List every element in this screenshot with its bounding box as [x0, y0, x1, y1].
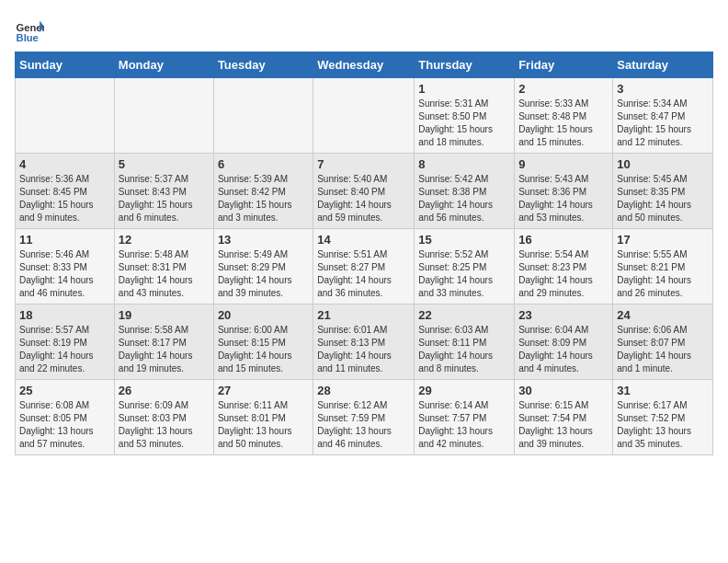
day-info: Sunrise: 5:40 AM Sunset: 8:40 PM Dayligh… — [317, 173, 410, 224]
calendar-cell: 2Sunrise: 5:33 AM Sunset: 8:48 PM Daylig… — [515, 78, 613, 154]
day-info: Sunrise: 6:03 AM Sunset: 8:11 PM Dayligh… — [418, 324, 510, 375]
day-number: 6 — [218, 157, 309, 171]
day-info: Sunrise: 5:52 AM Sunset: 8:25 PM Dayligh… — [418, 248, 510, 300]
day-header-wednesday: Wednesday — [313, 52, 415, 78]
day-number: 23 — [518, 308, 609, 322]
calendar-cell — [114, 78, 213, 154]
day-number: 31 — [617, 384, 709, 397]
day-number: 10 — [617, 157, 709, 171]
calendar-week-2: 4Sunrise: 5:36 AM Sunset: 8:45 PM Daylig… — [16, 154, 713, 229]
day-info: Sunrise: 5:54 AM Sunset: 8:23 PM Dayligh… — [518, 248, 609, 300]
day-number: 1 — [418, 82, 510, 96]
logo-icon: General Blue — [15, 15, 44, 44]
calendar-cell: 7Sunrise: 5:40 AM Sunset: 8:40 PM Daylig… — [313, 154, 415, 229]
calendar-cell: 14Sunrise: 5:51 AM Sunset: 8:27 PM Dayli… — [313, 229, 415, 304]
day-number: 2 — [518, 82, 609, 96]
day-info: Sunrise: 6:08 AM Sunset: 8:05 PM Dayligh… — [19, 399, 110, 451]
calendar-cell: 5Sunrise: 5:37 AM Sunset: 8:43 PM Daylig… — [114, 154, 213, 229]
day-info: Sunrise: 6:04 AM Sunset: 8:09 PM Dayligh… — [518, 324, 609, 375]
calendar-body: 1Sunrise: 5:31 AM Sunset: 8:50 PM Daylig… — [16, 78, 713, 455]
day-info: Sunrise: 5:49 AM Sunset: 8:29 PM Dayligh… — [218, 248, 309, 300]
calendar-cell — [213, 78, 313, 154]
calendar-cell: 4Sunrise: 5:36 AM Sunset: 8:45 PM Daylig… — [16, 154, 115, 229]
day-number: 19 — [119, 308, 210, 322]
calendar-cell: 19Sunrise: 5:58 AM Sunset: 8:17 PM Dayli… — [114, 304, 213, 380]
calendar-cell: 13Sunrise: 5:49 AM Sunset: 8:29 PM Dayli… — [213, 229, 313, 304]
day-number: 18 — [19, 308, 110, 322]
day-number: 24 — [617, 308, 709, 322]
day-number: 4 — [19, 157, 110, 171]
calendar-header-row: SundayMondayTuesdayWednesdayThursdayFrid… — [16, 52, 713, 78]
calendar-cell: 30Sunrise: 6:15 AM Sunset: 7:54 PM Dayli… — [515, 380, 613, 455]
day-number: 9 — [518, 157, 609, 171]
day-number: 27 — [218, 384, 309, 397]
day-info: Sunrise: 5:39 AM Sunset: 8:42 PM Dayligh… — [218, 173, 309, 224]
day-info: Sunrise: 6:17 AM Sunset: 7:52 PM Dayligh… — [617, 399, 709, 451]
day-number: 16 — [518, 233, 609, 247]
day-info: Sunrise: 6:06 AM Sunset: 8:07 PM Dayligh… — [617, 324, 709, 375]
svg-text:Blue: Blue — [17, 32, 39, 43]
day-info: Sunrise: 5:46 AM Sunset: 8:33 PM Dayligh… — [19, 248, 110, 300]
calendar-cell: 16Sunrise: 5:54 AM Sunset: 8:23 PM Dayli… — [515, 229, 613, 304]
calendar-cell: 1Sunrise: 5:31 AM Sunset: 8:50 PM Daylig… — [415, 78, 515, 154]
day-info: Sunrise: 5:37 AM Sunset: 8:43 PM Dayligh… — [119, 173, 210, 224]
calendar-cell: 8Sunrise: 5:42 AM Sunset: 8:38 PM Daylig… — [415, 154, 515, 229]
day-header-monday: Monday — [114, 52, 213, 78]
day-number: 7 — [317, 157, 410, 171]
day-number: 22 — [418, 308, 510, 322]
day-header-thursday: Thursday — [415, 52, 515, 78]
day-info: Sunrise: 6:14 AM Sunset: 7:57 PM Dayligh… — [418, 399, 510, 451]
page-header: General Blue — [15, 15, 713, 44]
calendar-cell: 18Sunrise: 5:57 AM Sunset: 8:19 PM Dayli… — [16, 304, 115, 380]
calendar-cell: 3Sunrise: 5:34 AM Sunset: 8:47 PM Daylig… — [613, 78, 713, 154]
day-info: Sunrise: 6:15 AM Sunset: 7:54 PM Dayligh… — [518, 399, 609, 451]
day-header-friday: Friday — [515, 52, 613, 78]
day-info: Sunrise: 5:36 AM Sunset: 8:45 PM Dayligh… — [19, 173, 110, 224]
calendar-cell: 15Sunrise: 5:52 AM Sunset: 8:25 PM Dayli… — [415, 229, 515, 304]
calendar-cell: 21Sunrise: 6:01 AM Sunset: 8:13 PM Dayli… — [313, 304, 415, 380]
day-info: Sunrise: 6:00 AM Sunset: 8:15 PM Dayligh… — [218, 324, 309, 375]
calendar-cell: 23Sunrise: 6:04 AM Sunset: 8:09 PM Dayli… — [515, 304, 613, 380]
calendar-week-4: 18Sunrise: 5:57 AM Sunset: 8:19 PM Dayli… — [16, 304, 713, 380]
calendar-cell — [16, 78, 115, 154]
day-number: 28 — [317, 384, 410, 397]
day-header-sunday: Sunday — [16, 52, 115, 78]
day-info: Sunrise: 5:43 AM Sunset: 8:36 PM Dayligh… — [518, 173, 609, 224]
day-info: Sunrise: 6:11 AM Sunset: 8:01 PM Dayligh… — [218, 399, 309, 451]
calendar-cell: 29Sunrise: 6:14 AM Sunset: 7:57 PM Dayli… — [415, 380, 515, 455]
day-number: 17 — [617, 233, 709, 247]
calendar-table: SundayMondayTuesdayWednesdayThursdayFrid… — [15, 52, 713, 455]
day-info: Sunrise: 5:55 AM Sunset: 8:21 PM Dayligh… — [617, 248, 709, 300]
day-info: Sunrise: 5:57 AM Sunset: 8:19 PM Dayligh… — [19, 324, 110, 375]
calendar-cell: 31Sunrise: 6:17 AM Sunset: 7:52 PM Dayli… — [613, 380, 713, 455]
day-number: 30 — [518, 384, 609, 397]
day-info: Sunrise: 5:58 AM Sunset: 8:17 PM Dayligh… — [119, 324, 210, 375]
calendar-cell: 11Sunrise: 5:46 AM Sunset: 8:33 PM Dayli… — [16, 229, 115, 304]
day-header-tuesday: Tuesday — [213, 52, 313, 78]
day-number: 21 — [317, 308, 410, 322]
calendar-cell: 24Sunrise: 6:06 AM Sunset: 8:07 PM Dayli… — [613, 304, 713, 380]
calendar-cell: 26Sunrise: 6:09 AM Sunset: 8:03 PM Dayli… — [114, 380, 213, 455]
calendar-cell: 6Sunrise: 5:39 AM Sunset: 8:42 PM Daylig… — [213, 154, 313, 229]
day-number: 11 — [19, 233, 110, 247]
calendar-cell: 17Sunrise: 5:55 AM Sunset: 8:21 PM Dayli… — [613, 229, 713, 304]
day-info: Sunrise: 5:42 AM Sunset: 8:38 PM Dayligh… — [418, 173, 510, 224]
day-info: Sunrise: 5:33 AM Sunset: 8:48 PM Dayligh… — [518, 98, 609, 149]
calendar-cell: 20Sunrise: 6:00 AM Sunset: 8:15 PM Dayli… — [213, 304, 313, 380]
calendar-cell: 22Sunrise: 6:03 AM Sunset: 8:11 PM Dayli… — [415, 304, 515, 380]
day-info: Sunrise: 6:12 AM Sunset: 7:59 PM Dayligh… — [317, 399, 410, 451]
calendar-cell — [313, 78, 415, 154]
day-header-saturday: Saturday — [613, 52, 713, 78]
calendar-cell: 12Sunrise: 5:48 AM Sunset: 8:31 PM Dayli… — [114, 229, 213, 304]
day-number: 12 — [119, 233, 210, 247]
logo: General Blue — [15, 15, 44, 44]
calendar-cell: 9Sunrise: 5:43 AM Sunset: 8:36 PM Daylig… — [515, 154, 613, 229]
day-number: 25 — [19, 384, 110, 397]
day-info: Sunrise: 6:09 AM Sunset: 8:03 PM Dayligh… — [119, 399, 210, 451]
day-number: 14 — [317, 233, 410, 247]
day-number: 26 — [119, 384, 210, 397]
calendar-cell: 10Sunrise: 5:45 AM Sunset: 8:35 PM Dayli… — [613, 154, 713, 229]
day-info: Sunrise: 5:45 AM Sunset: 8:35 PM Dayligh… — [617, 173, 709, 224]
calendar-week-1: 1Sunrise: 5:31 AM Sunset: 8:50 PM Daylig… — [16, 78, 713, 154]
calendar-week-5: 25Sunrise: 6:08 AM Sunset: 8:05 PM Dayli… — [16, 380, 713, 455]
